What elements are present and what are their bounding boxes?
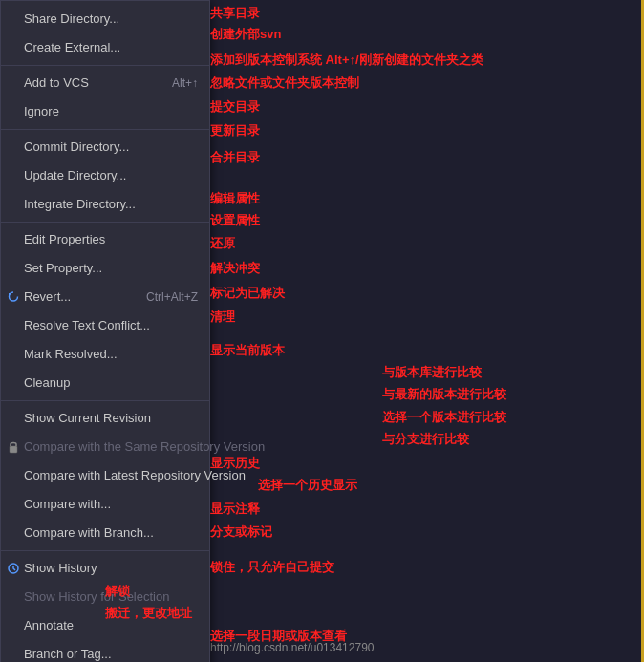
menu-separator [1, 222, 209, 223]
menu-item-mark-resolved[interactable]: Mark Resolved... [1, 340, 209, 369]
menu-item-label: Commit Directory... [24, 137, 129, 158]
annotation-ann-commit: 提交目录 [210, 98, 260, 116]
menu-item-cleanup[interactable]: Cleanup [1, 369, 209, 397]
menu-item-label: Show Current Revision [24, 408, 151, 429]
watermark: http://blog.csdn.net/u013412790 [210, 641, 374, 654]
menu-item-compare-latest-repo[interactable]: Compare with Latest Repository Version [1, 461, 209, 490]
annotation-ann-create-external: 创建外部svn [210, 26, 281, 43]
menu-item-label: Show History for Selection [24, 587, 169, 608]
menu-item-label: Resolve Text Conflict... [24, 315, 150, 336]
menu-item-label: Update Directory... [24, 165, 126, 186]
menu-item-label: Integrate Directory... [24, 194, 136, 215]
annotation-ann-show-rev: 显示当前版本 [210, 342, 285, 359]
menu-item-label: Share Directory... [24, 9, 119, 30]
menu-item-show-history[interactable]: Show History [1, 554, 209, 583]
menu-separator [1, 550, 209, 551]
menu-item-compare-branch[interactable]: Compare with Branch... [1, 519, 209, 547]
svg-rect-1 [10, 446, 17, 453]
menu-separator [1, 65, 209, 66]
annotation-ann-branch: 分支或标记 [210, 523, 272, 541]
menu-item-shortcut: Ctrl+Alt+Z [127, 287, 198, 308]
menu-item-branch-or-tag[interactable]: Branch or Tag... [1, 640, 209, 662]
menu-item-resolve-text-conflict[interactable]: Resolve Text Conflict... [1, 311, 209, 340]
menu-item-set-property[interactable]: Set Property... [1, 254, 209, 283]
menu-item-create-external[interactable]: Create External... [1, 33, 209, 62]
menu-item-revert[interactable]: Revert...Ctrl+Alt+Z [1, 283, 209, 311]
annotation-ann-compare-same: 与版本库进行比较 [382, 364, 482, 381]
annotation-ann-revert: 还原 [210, 235, 235, 252]
revert-icon [5, 290, 22, 304]
svg-marker-0 [9, 293, 11, 296]
menu-item-label: Ignore [24, 101, 59, 122]
menu-item-label: Show History [24, 558, 97, 579]
annotation-ann-update: 更新目录 [210, 122, 260, 139]
annotation-ann-cleanup: 清理 [210, 309, 235, 326]
menu-separator [1, 129, 209, 130]
annotation-ann-resolve: 解决冲突 [210, 260, 260, 277]
menu-item-label: Create External... [24, 37, 120, 58]
annotation-ann-compare-branch: 与分支进行比较 [382, 431, 469, 448]
lock-icon [5, 440, 22, 454]
annotation-ann-edit-props: 编辑属性 [210, 190, 260, 207]
menu-item-label: Mark Resolved... [24, 344, 118, 365]
menu-item-share-directory[interactable]: Share Directory... [1, 5, 209, 33]
menu-item-shortcut: Alt+↑ [153, 73, 198, 94]
menu-item-label: Branch or Tag... [24, 644, 112, 662]
annotation-ann-set-prop: 设置属性 [210, 212, 260, 229]
annotation-ann-share: 共享目录 [210, 5, 260, 22]
menu-item-add-to-vcs[interactable]: Add to VCSAlt+↑ [1, 69, 209, 97]
history-icon [5, 562, 22, 575]
menu-item-update-directory[interactable]: Update Directory... [1, 161, 209, 190]
menu-item-show-history-selection: Show History for Selection [1, 583, 209, 611]
menu-item-show-current-revision[interactable]: Show Current Revision [1, 404, 209, 433]
annotation-ann-compare-latest: 与最新的版本进行比较 [382, 386, 506, 403]
menu-item-label: Annotate [24, 615, 74, 636]
menu-item-label: Compare with... [24, 494, 111, 515]
menu-item-label: Set Property... [24, 258, 102, 279]
menu-item-label: Revert... [24, 287, 71, 308]
annotation-ann-add-vcs: 添加到版本控制系统 Alt+↑/刚新创建的文件夹之类 [210, 52, 483, 69]
menu-item-label: Cleanup [24, 373, 70, 394]
context-menu: Share Directory...Create External...Add … [0, 0, 210, 662]
menu-item-ignore[interactable]: Ignore [1, 97, 209, 126]
annotation-ann-annotate: 显示注释 [210, 501, 260, 518]
menu-separator [1, 400, 209, 401]
annotation-ann-ignore: 忽略文件或文件夹版本控制 [210, 75, 359, 92]
menu-item-compare-with[interactable]: Compare with... [1, 490, 209, 519]
menu-item-commit-directory[interactable]: Commit Directory... [1, 133, 209, 161]
annotation-ann-compare-with: 选择一个版本进行比较 [382, 409, 506, 426]
menu-item-annotate[interactable]: Annotate [1, 611, 209, 640]
menu-item-label: Compare with Latest Repository Version [24, 465, 246, 486]
annotation-ann-lock: 锁住，只允许自己提交 [210, 559, 334, 576]
menu-item-label: Edit Properties [24, 229, 105, 250]
menu-item-edit-properties[interactable]: Edit Properties [1, 225, 209, 254]
annotation-ann-show-history-sel: 选择一个历史显示 [258, 477, 357, 494]
menu-item-integrate-directory[interactable]: Integrate Directory... [1, 190, 209, 219]
annotation-ann-mark-resolved: 标记为已解决 [210, 285, 285, 302]
annotation-ann-integrate: 合并目录 [210, 149, 260, 166]
menu-item-label: Add to VCS [24, 73, 89, 94]
menu-item-label: Compare with Branch... [24, 523, 154, 544]
menu-item-label: Compare with the Same Repository Version [24, 437, 265, 458]
menu-item-compare-same-repo: Compare with the Same Repository Version [1, 433, 209, 461]
